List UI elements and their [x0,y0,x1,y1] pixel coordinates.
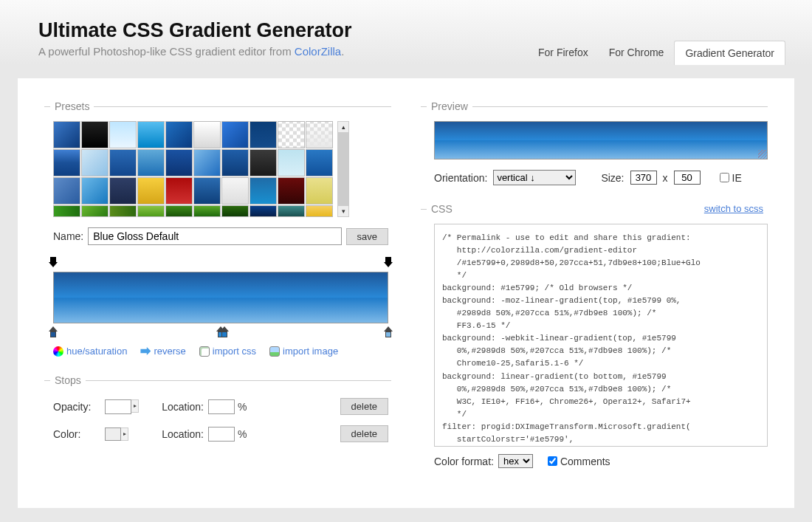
presets-fieldset: Presets ▴ ▾ Name: save hue/satu [44,100,391,367]
color-stop-marker[interactable] [48,326,58,338]
preset-swatch[interactable] [165,149,193,176]
preset-swatch[interactable] [278,121,305,148]
hue-saturation-link[interactable]: hue/saturation [53,346,127,357]
save-button[interactable]: save [346,228,388,245]
preset-swatch[interactable] [53,149,80,176]
preview-fieldset: Preview Orientation: vertical ↓ Size: x … [421,100,768,196]
import-css-link[interactable]: import css [199,346,256,357]
preset-swatch[interactable] [81,121,109,148]
import-css-icon [199,346,210,357]
preset-swatch[interactable] [306,149,333,176]
opacity-stop-marker[interactable] [383,257,393,269]
opacity-delete-button[interactable]: delete [340,398,388,415]
preset-swatch[interactable] [306,177,333,205]
preset-swatch[interactable] [81,177,109,205]
preset-swatch[interactable] [109,149,137,176]
preset-swatch[interactable] [137,205,165,217]
preset-swatch[interactable] [250,177,277,205]
css-output[interactable]: /* Permalink - use to edit and share thi… [434,224,768,447]
color-location-unit: % [238,428,260,440]
preset-swatch[interactable] [221,121,249,148]
stops-fieldset: Stops Opacity: ▸ Location: % delete Colo… [44,374,391,453]
ie-checkbox[interactable] [720,173,729,182]
preset-swatch[interactable] [306,121,333,148]
reverse-link[interactable]: reverse [140,346,185,357]
name-input[interactable] [88,227,341,245]
page-title: Ultimate CSS Gradient Generator [38,19,774,42]
top-nav: For Firefox For Chrome Gradient Generato… [528,41,785,65]
import-image-icon [269,346,280,357]
opacity-location-label: Location: [142,401,208,413]
colorzilla-link[interactable]: ColorZilla [295,45,341,58]
opacity-location-input[interactable] [208,399,235,414]
color-track[interactable] [53,325,388,338]
preview-legend: Preview [427,100,472,112]
preset-swatch[interactable] [278,177,305,205]
preview-box [434,121,768,159]
preset-swatch[interactable] [193,177,221,205]
color-format-label: Color format: [434,456,494,467]
color-stop-marker[interactable] [383,326,393,338]
import-image-link[interactable]: import image [269,346,338,357]
opacity-dropdown-icon[interactable]: ▸ [131,399,139,413]
color-format-select[interactable]: hex [498,454,533,468]
preset-swatch[interactable] [137,121,165,148]
preset-swatch[interactable] [278,149,305,176]
scroll-up-icon[interactable]: ▴ [342,123,345,131]
scroll-thumb[interactable] [338,132,348,206]
right-column: Preview Orientation: vertical ↓ Size: x … [421,100,768,486]
hue-icon [53,346,63,357]
preset-swatch[interactable] [193,121,221,148]
preset-swatch[interactable] [193,205,221,217]
preset-scrollbar[interactable]: ▴ ▾ [337,121,349,217]
preset-swatch[interactable] [137,149,165,176]
preset-swatch[interactable] [81,149,109,176]
preset-swatch[interactable] [109,121,137,148]
preset-swatch[interactable] [53,121,80,148]
preset-swatch[interactable] [221,177,249,205]
width-input[interactable] [630,171,657,185]
color-location-input[interactable] [208,427,235,442]
scroll-down-icon[interactable]: ▾ [342,207,345,215]
nav-gradient-generator[interactable]: Gradient Generator [674,41,785,65]
comments-checkbox[interactable] [548,456,557,466]
color-delete-button[interactable]: delete [340,425,388,442]
color-swatch[interactable] [105,427,121,441]
preset-swatch[interactable] [109,205,137,217]
resize-handle-icon[interactable] [758,150,767,159]
height-input[interactable] [674,171,701,185]
opacity-stop-marker[interactable] [48,257,58,269]
preset-swatch[interactable] [221,205,249,217]
opacity-input[interactable] [105,399,131,414]
color-location-label: Location: [142,428,208,440]
color-stop-marker[interactable] [219,326,230,338]
preset-swatch[interactable] [53,177,80,205]
preset-swatch[interactable] [250,121,277,148]
reverse-icon [140,346,151,357]
preset-swatch[interactable] [193,149,221,176]
preset-swatch[interactable] [165,177,193,205]
preset-swatch[interactable] [53,205,80,217]
opacity-track[interactable] [53,257,388,270]
preset-swatch[interactable] [109,177,137,205]
preset-swatch[interactable] [165,205,193,217]
preset-swatch[interactable] [165,121,193,148]
preset-swatch[interactable] [278,205,305,217]
nav-chrome[interactable]: For Chrome [599,41,675,65]
preset-swatch[interactable] [250,205,277,217]
switch-scss-link[interactable]: switch to scss [700,203,763,215]
orientation-label: Orientation: [434,172,487,184]
preset-swatch[interactable] [137,177,165,205]
color-label: Color: [53,428,105,440]
preset-swatch[interactable] [221,149,249,176]
orientation-select[interactable]: vertical ↓ [493,170,576,185]
presets-legend: Presets [50,100,94,112]
preset-swatch[interactable] [81,205,109,217]
gradient-bar[interactable] [53,272,388,323]
preset-swatch[interactable] [250,149,277,176]
name-label: Name: [53,230,83,242]
preset-swatch[interactable] [306,205,333,217]
opacity-location-unit: % [238,401,260,413]
nav-firefox[interactable]: For Firefox [528,41,599,65]
color-dropdown-icon[interactable]: ▸ [121,427,128,441]
